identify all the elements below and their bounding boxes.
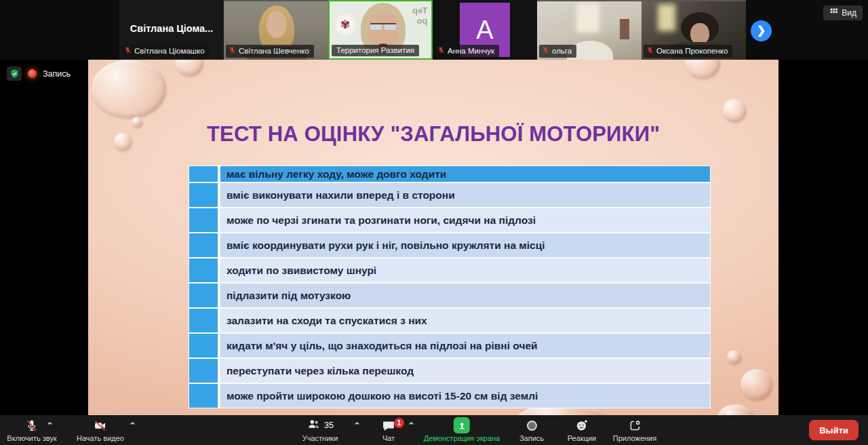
- video-options-caret[interactable]: ⌃: [129, 421, 136, 431]
- video-tile-shevchenko[interactable]: Світлана Шевченко: [224, 0, 328, 60]
- table-number-cell: [189, 183, 218, 207]
- share-screen-button[interactable]: Демонстрация экрана: [424, 417, 500, 442]
- participant-name-label: Оксана Прокопенко: [644, 45, 732, 58]
- slide-title: ТЕСТ НА ОЦІНКУ "ЗАГАЛЬНОЇ МОТОРИКИ": [88, 122, 778, 147]
- table-row: вміє виконувати нахили вперед і в сторон…: [189, 183, 710, 207]
- mic-muted-icon: [542, 46, 549, 56]
- video-tile-olga[interactable]: ольга: [537, 0, 642, 60]
- participant-name-label: Світлана Шевченко: [226, 45, 314, 58]
- bubble-decoration: [92, 60, 166, 118]
- participants-count: 35: [324, 421, 334, 430]
- participant-display-name: Світлана Ціома...: [119, 23, 224, 34]
- video-tile-territoriya-razvitiya-active-speaker[interactable]: Тер ро ✾ Территория Развития: [328, 0, 433, 60]
- shared-screen-slide: ТЕСТ НА ОЦІНКУ "ЗАГАЛЬНОЇ МОТОРИКИ" має …: [88, 60, 778, 415]
- table-number-cell: [189, 309, 218, 332]
- chat-icon: [382, 417, 395, 433]
- table-number-cell: [189, 233, 218, 257]
- bubble-decoration: [685, 60, 720, 79]
- camera-muted-icon: [94, 417, 108, 433]
- table-row: кидати м'яч у ціль, що знаходиться на пі…: [189, 334, 710, 357]
- table-row: вміє координувати рухи рук і ніг, повіль…: [189, 233, 710, 257]
- table-number-cell: [189, 258, 218, 282]
- table-row: залазити на сходи та спускатися з них: [189, 309, 710, 332]
- meeting-toolbar: Включить звук ⌃ Начать видео ⌃ 35 Участн…: [0, 415, 868, 445]
- mirrored-background-text: Тер ро: [412, 5, 427, 26]
- apps-icon: [628, 417, 641, 433]
- meeting-status-row: Запись: [7, 66, 71, 81]
- chat-button[interactable]: Чат: [382, 417, 395, 442]
- video-tile-minchuk[interactable]: А Анна Минчук: [433, 0, 537, 60]
- reactions-button[interactable]: Реакции: [568, 417, 597, 442]
- participant-name-label: ольга: [539, 45, 576, 58]
- mic-muted-icon: [646, 46, 654, 56]
- leave-meeting-button[interactable]: Выйти: [809, 420, 859, 440]
- flower-logo: ✾: [335, 15, 355, 35]
- chat-options-caret[interactable]: ⌃: [408, 421, 415, 431]
- zoom-meeting-window: Світлана Ціома... Світлана Ціомашко Світ…: [0, 0, 868, 445]
- table-number-cell: [189, 284, 218, 307]
- reactions-smiley-icon: [575, 417, 589, 433]
- audio-options-caret[interactable]: ⌃: [46, 421, 54, 431]
- table-number-cell: [189, 208, 218, 232]
- recording-label: Запись: [43, 69, 71, 79]
- apps-button[interactable]: Приложения: [613, 417, 656, 442]
- mic-muted-icon: [437, 46, 445, 56]
- grid-view-icon: [829, 7, 838, 18]
- participant-name-label: Территория Развития: [332, 45, 419, 56]
- participants-options-caret[interactable]: ⌃: [353, 421, 361, 431]
- video-tile-prokopenko[interactable]: Оксана Прокопенко: [642, 0, 746, 60]
- bubble-decoration: [723, 99, 746, 122]
- table-number-cell: [189, 166, 218, 182]
- security-shield-icon[interactable]: [7, 66, 22, 81]
- mic-muted-icon: [229, 46, 236, 56]
- bubble-decoration: [175, 60, 203, 76]
- start-video-button[interactable]: Начать видео: [77, 417, 124, 442]
- video-tile-tsiomashko[interactable]: Світлана Ціома... Світлана Ціомашко: [119, 0, 224, 60]
- video-strip: Світлана Ціома... Світлана Ціомашко Світ…: [0, 0, 868, 60]
- table-number-cell: [189, 334, 218, 357]
- bubble-decoration: [717, 404, 754, 415]
- table-row: має вільну легку ходу, може довго ходити: [189, 166, 710, 182]
- table-row: підлазити під мотузкою: [189, 284, 710, 307]
- table-row: може пройти широкою дошкою на висоті 15-…: [189, 384, 710, 408]
- share-screen-icon: [454, 417, 470, 433]
- glasses: [370, 23, 396, 30]
- participants-button[interactable]: 35 Участники: [302, 417, 338, 442]
- bubble-decoration: [741, 369, 772, 400]
- bubble-decoration: [727, 350, 741, 364]
- table-row: ходити по звивистому шнурі: [189, 258, 710, 282]
- table-number-cell: [189, 384, 218, 408]
- participant-name-label: Анна Минчук: [435, 45, 499, 58]
- chat-unread-badge: 1: [394, 418, 404, 428]
- next-participants-button[interactable]: ❯: [751, 20, 772, 41]
- table-row: переступати через кілька перешкод: [189, 359, 710, 383]
- table-row: може по черзі згинати та розгинати ноги,…: [189, 208, 710, 232]
- participants-icon: [307, 418, 321, 433]
- view-button[interactable]: Вид: [823, 5, 863, 20]
- motor-skills-table: має вільну легку ходу, може довго ходити…: [189, 166, 711, 408]
- mic-muted-icon: [124, 46, 132, 56]
- recording-dot-icon: [28, 69, 37, 78]
- mic-muted-icon: [25, 417, 38, 433]
- participant-name-label: Світлана Ціомашко: [121, 45, 210, 58]
- table-number-cell: [189, 359, 218, 383]
- record-button[interactable]: Запись: [519, 417, 544, 442]
- record-icon: [526, 417, 538, 433]
